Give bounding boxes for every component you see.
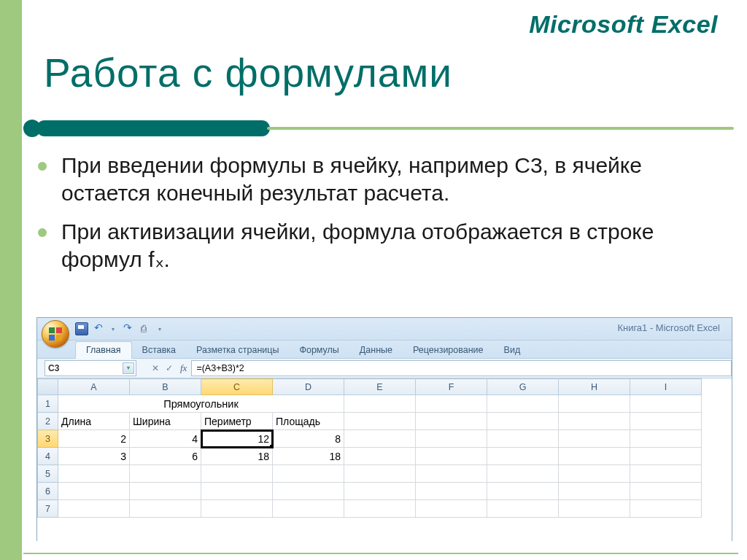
cell[interactable]: 2 [58, 430, 130, 448]
cell[interactable] [630, 483, 702, 500]
cell[interactable]: Периметр [201, 413, 273, 430]
cell[interactable] [344, 500, 416, 518]
ribbon-tab-home[interactable]: Главная [75, 341, 132, 359]
redo-icon[interactable] [123, 323, 135, 335]
cell[interactable] [344, 395, 416, 413]
cell[interactable] [273, 483, 344, 500]
formula-input[interactable]: =(A3+B3)*2 [191, 360, 732, 376]
bullet-text: При введении формулы в ячейку, например … [61, 153, 642, 205]
cell[interactable] [344, 465, 416, 483]
row-header[interactable]: 7 [38, 500, 58, 518]
cell[interactable] [559, 448, 630, 465]
row-header[interactable]: 5 [38, 465, 58, 483]
ribbon-tab-insert[interactable]: Вставка [132, 342, 186, 358]
cell[interactable] [344, 448, 416, 465]
cell[interactable]: Площадь [273, 413, 344, 430]
undo-dropdown-icon[interactable] [112, 323, 117, 335]
col-header[interactable]: A [58, 379, 130, 395]
cell[interactable] [58, 483, 130, 500]
cell[interactable] [416, 430, 487, 448]
cell[interactable] [487, 413, 559, 430]
merged-title-cell[interactable]: Прямоугольник [58, 395, 344, 413]
cell[interactable] [487, 395, 559, 413]
ribbon-tab-review[interactable]: Рецензирование [403, 342, 494, 358]
worksheet-grid[interactable]: A B C D E F G H I 1 Прямоугольник [37, 378, 732, 542]
cell[interactable] [130, 465, 201, 483]
cancel-icon[interactable]: ✕ [150, 363, 160, 374]
ribbon-tab-view[interactable]: Вид [494, 342, 531, 358]
name-box[interactable]: C3 ▾ [44, 360, 136, 376]
enter-icon[interactable]: ✓ [163, 363, 174, 374]
active-cell[interactable]: 12 [201, 430, 273, 448]
cell[interactable] [487, 483, 559, 500]
office-button[interactable] [42, 320, 69, 348]
cell[interactable] [487, 448, 559, 465]
quick-print-icon[interactable] [141, 323, 152, 335]
slide-title-box: Работа с формулами [23, 41, 473, 109]
cell[interactable]: Ширина [130, 413, 201, 430]
cell[interactable] [559, 413, 630, 430]
col-header[interactable]: C [201, 379, 273, 395]
cell[interactable] [630, 413, 702, 430]
cell[interactable] [201, 483, 273, 500]
col-header[interactable]: H [559, 379, 630, 395]
cell[interactable] [58, 465, 130, 483]
qat-customize-icon[interactable] [158, 323, 164, 335]
row-header[interactable]: 3 [38, 430, 58, 448]
cell[interactable] [630, 430, 702, 448]
ribbon-tab-data[interactable]: Данные [349, 342, 403, 358]
cell[interactable] [416, 448, 487, 465]
cell[interactable] [201, 500, 273, 518]
row-header[interactable]: 6 [38, 483, 58, 500]
fx-icon[interactable]: fx [180, 362, 187, 374]
cell[interactable] [58, 500, 130, 518]
cell[interactable]: 18 [273, 448, 344, 465]
undo-icon[interactable] [94, 323, 106, 335]
cell[interactable] [416, 500, 487, 518]
col-header[interactable]: F [416, 379, 487, 395]
cell[interactable]: 4 [130, 430, 201, 448]
cell[interactable] [416, 413, 487, 430]
cell[interactable] [416, 395, 487, 413]
cell[interactable] [416, 465, 487, 483]
ribbon-tab-layout[interactable]: Разметка страницы [186, 342, 289, 358]
select-all-corner[interactable] [38, 379, 58, 395]
cell[interactable] [630, 395, 702, 413]
cell[interactable] [416, 483, 487, 500]
col-header[interactable]: D [273, 379, 344, 395]
cell[interactable] [487, 430, 559, 448]
col-header[interactable]: G [487, 379, 559, 395]
cell[interactable]: 3 [58, 448, 130, 465]
cell[interactable] [630, 448, 702, 465]
row-header[interactable]: 4 [38, 448, 58, 465]
col-header[interactable]: I [630, 379, 702, 395]
cell[interactable] [487, 465, 559, 483]
cell[interactable]: Длина [58, 413, 130, 430]
cell[interactable] [559, 465, 630, 483]
col-header[interactable]: B [130, 379, 201, 395]
cell[interactable] [630, 500, 702, 518]
cell[interactable] [630, 465, 702, 483]
cell[interactable] [559, 395, 630, 413]
cell[interactable] [344, 430, 416, 448]
cell[interactable] [201, 465, 273, 483]
cell[interactable]: 8 [273, 430, 344, 448]
row-header[interactable]: 1 [38, 395, 58, 413]
cell[interactable]: 6 [130, 448, 201, 465]
cell[interactable]: 18 [201, 448, 273, 465]
cell[interactable] [344, 483, 416, 500]
row-header[interactable]: 2 [38, 413, 58, 430]
cell[interactable] [130, 483, 201, 500]
save-icon[interactable] [75, 322, 88, 335]
col-header[interactable]: E [344, 379, 416, 395]
cell[interactable] [559, 430, 630, 448]
cell[interactable] [130, 500, 201, 518]
cell[interactable] [559, 500, 630, 518]
cell[interactable] [344, 413, 416, 430]
cell[interactable] [559, 483, 630, 500]
cell[interactable] [487, 500, 559, 518]
cell[interactable] [273, 500, 344, 518]
ribbon-tab-formulas[interactable]: Формулы [289, 342, 349, 358]
cell[interactable] [273, 465, 344, 483]
name-box-dropdown-icon[interactable]: ▾ [123, 362, 134, 374]
